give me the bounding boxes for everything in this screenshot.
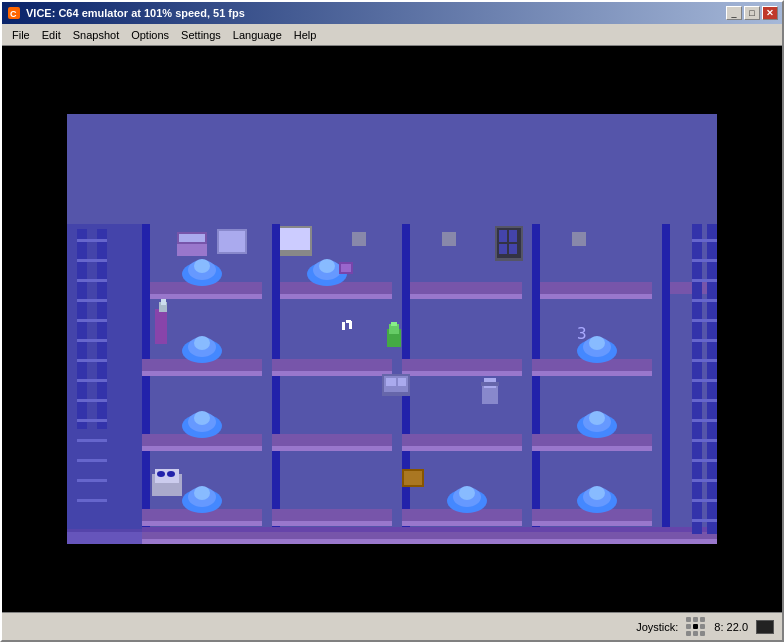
svg-rect-140 [692,459,717,462]
svg-rect-134 [692,339,717,342]
svg-rect-68 [386,378,396,386]
svg-point-83 [194,411,210,425]
svg-rect-34 [142,224,150,544]
menu-snapshot[interactable]: Snapshot [67,25,125,45]
svg-rect-23 [279,228,310,250]
led-indicator [756,620,774,634]
svg-rect-139 [692,439,717,442]
joy-dot-2 [693,617,698,622]
joy-dot-3 [700,617,705,622]
svg-point-64 [589,336,605,350]
svg-rect-17 [77,459,107,462]
svg-rect-112 [142,527,717,532]
svg-rect-14 [77,399,107,402]
minimize-button[interactable]: _ [726,6,742,20]
joy-dot-center [693,624,698,629]
svg-rect-53 [272,359,392,371]
svg-point-90 [167,471,175,477]
svg-rect-55 [402,359,522,371]
svg-rect-72 [481,382,499,386]
svg-point-44 [319,259,335,273]
main-content: 3 [2,46,782,612]
svg-rect-150 [509,230,517,242]
svg-rect-141 [692,479,717,482]
svg-rect-11 [77,339,107,342]
svg-rect-152 [509,244,517,254]
svg-rect-30 [402,294,522,299]
svg-rect-132 [692,299,717,302]
joy-dot-9 [700,631,705,636]
menu-language[interactable]: Language [227,25,288,45]
svg-rect-45 [342,322,345,330]
svg-rect-58 [532,371,652,376]
svg-rect-10 [77,319,107,322]
svg-point-103 [194,486,210,500]
svg-rect-135 [692,359,717,362]
game-display: 3 [67,114,717,544]
svg-rect-7 [77,259,107,262]
svg-rect-69 [398,378,406,386]
joy-dot-6 [700,624,705,629]
maximize-button[interactable]: □ [744,6,760,20]
svg-rect-96 [272,521,392,526]
svg-rect-144 [352,232,366,246]
svg-rect-13 [77,379,107,382]
menu-help[interactable]: Help [288,25,323,45]
svg-rect-37 [532,224,540,544]
svg-rect-54 [272,371,392,376]
svg-rect-94 [142,521,262,526]
svg-rect-75 [272,434,392,446]
close-button[interactable]: ✕ [762,6,778,20]
svg-rect-131 [692,279,717,282]
svg-text:3: 3 [577,324,587,343]
svg-rect-98 [402,521,522,526]
menu-edit[interactable]: Edit [36,25,67,45]
svg-rect-74 [142,446,262,451]
svg-rect-77 [402,434,522,446]
svg-rect-165 [341,264,351,272]
title-buttons: _ □ ✕ [726,6,778,20]
svg-rect-52 [142,371,262,376]
svg-rect-38 [662,224,670,544]
svg-rect-149 [499,230,507,242]
svg-rect-133 [692,319,717,322]
menu-file[interactable]: File [6,25,36,45]
svg-rect-31 [532,282,652,294]
svg-rect-92 [404,471,422,485]
svg-point-89 [157,471,165,477]
svg-rect-76 [272,446,392,451]
svg-rect-80 [532,446,652,451]
joy-dot-1 [686,617,691,622]
svg-rect-151 [499,244,507,254]
joy-dot-4 [686,624,691,629]
svg-rect-156 [155,309,167,344]
menu-bar: File Edit Snapshot Options Settings Lang… [2,24,782,46]
svg-text:C: C [10,9,17,19]
svg-point-86 [589,411,605,425]
svg-rect-28 [272,294,392,299]
svg-rect-16 [77,439,107,442]
svg-rect-19 [77,499,107,502]
svg-rect-154 [177,244,207,256]
svg-point-109 [589,486,605,500]
svg-rect-114 [67,532,142,544]
svg-rect-155 [179,234,205,242]
svg-rect-9 [77,299,107,302]
svg-rect-35 [272,224,280,544]
status-bar: Joystick: 8: 22.0 [2,612,782,640]
main-window: C VICE: C64 emulator at 101% speed, 51 f… [0,0,784,642]
svg-rect-78 [402,446,522,451]
svg-rect-12 [77,359,107,362]
svg-rect-29 [402,282,522,294]
svg-rect-15 [77,419,107,422]
menu-options[interactable]: Options [125,25,175,45]
svg-rect-8 [77,279,107,282]
svg-rect-100 [532,521,652,526]
joystick-indicator [686,617,706,637]
svg-rect-138 [692,419,717,422]
svg-rect-111 [142,539,717,544]
svg-rect-26 [142,294,262,299]
menu-settings[interactable]: Settings [175,25,227,45]
game-screen[interactable]: 3 [67,114,717,544]
svg-rect-129 [692,239,717,242]
